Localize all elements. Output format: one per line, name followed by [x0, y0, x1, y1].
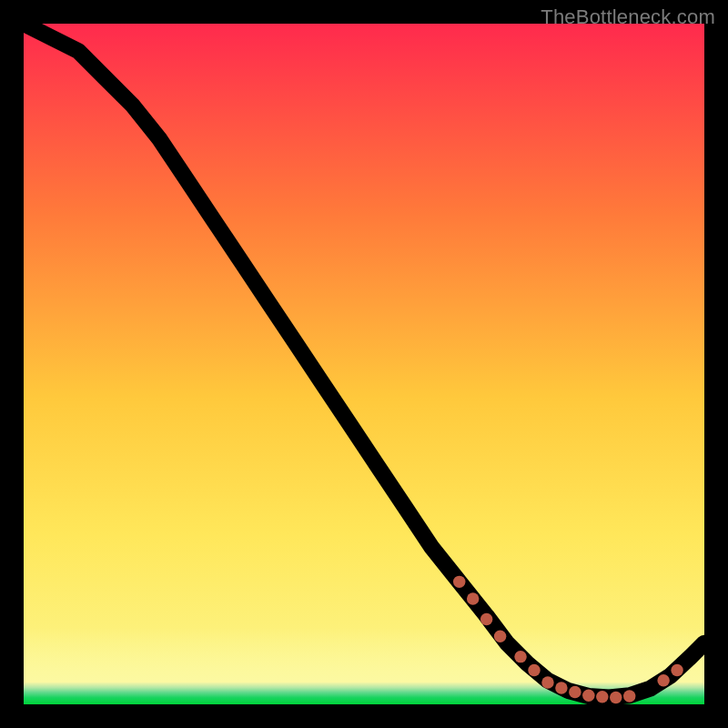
- marker-point: [528, 664, 540, 676]
- marker-point: [671, 664, 682, 676]
- plot-area: [24, 24, 704, 704]
- marker-point: [657, 674, 669, 686]
- marker-point: [596, 691, 608, 703]
- marker-point: [623, 690, 635, 702]
- marker-point: [541, 676, 553, 688]
- marker-point: [480, 613, 492, 625]
- watermark-text: TheBottleneck.com: [541, 5, 715, 29]
- marker-point: [494, 630, 506, 642]
- curve-path: [24, 24, 704, 698]
- marker-point: [453, 576, 465, 588]
- marker-point: [582, 690, 594, 702]
- chart-frame: TheBottleneck.com: [0, 0, 728, 728]
- marker-point: [610, 692, 622, 703]
- marker-point: [467, 592, 479, 604]
- marker-point: [569, 686, 581, 698]
- marker-point: [514, 651, 526, 662]
- marker-point: [555, 682, 567, 693]
- bottleneck-curve: [24, 24, 704, 704]
